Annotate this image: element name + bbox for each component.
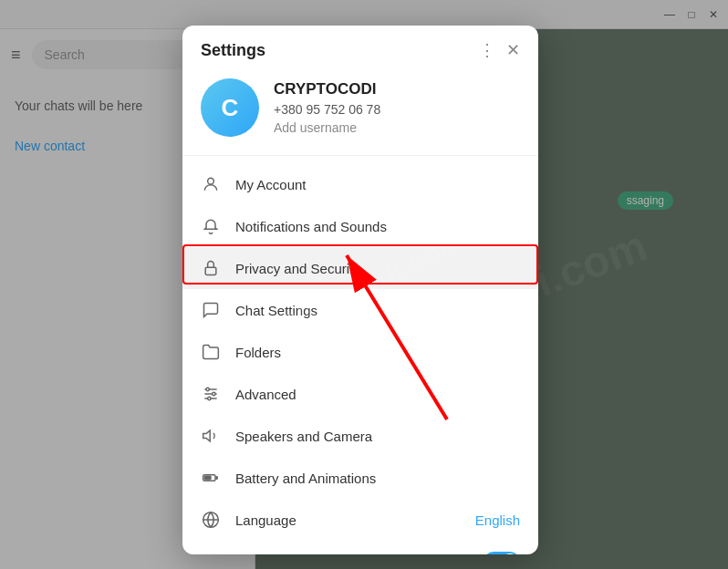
folder-icon [201, 342, 221, 362]
settings-modal: Settings ⋮ ✕ C CRYPTOCODI +380 95 752 06… [182, 26, 538, 554]
modal-header: Settings ⋮ ✕ [182, 26, 538, 71]
profile-section: C CRYPTOCODI +380 95 752 06 78 Add usern… [182, 71, 538, 156]
menu-item-privacy-security[interactable]: Privacy and Security [182, 247, 538, 289]
avatar[interactable]: C [201, 78, 259, 137]
modal-title: Settings [201, 41, 265, 60]
svg-point-6 [213, 392, 215, 395]
person-icon [201, 174, 221, 194]
privacy-security-label: Privacy and Security [235, 261, 520, 276]
svg-marker-8 [203, 430, 211, 441]
lock-icon [201, 258, 221, 278]
battery-animations-label: Battery and Animations [235, 471, 520, 486]
advanced-label: Advanced [235, 387, 520, 402]
language-icon [201, 510, 221, 530]
settings-menu-list: My Account Notifications and Sounds Priv… [182, 156, 538, 554]
profile-info: CRYPTOCODI +380 95 752 06 78 Add usernam… [274, 80, 380, 135]
menu-item-chat-settings[interactable]: Chat Settings [182, 289, 538, 331]
menu-item-folders[interactable]: Folders [182, 331, 538, 373]
close-modal-button[interactable]: ✕ [506, 40, 520, 60]
menu-item-interface-scale[interactable]: Default interface scale [182, 541, 538, 554]
profile-name: CRYPTOCODI [274, 80, 380, 98]
language-value: English [475, 512, 520, 528]
menu-item-my-account[interactable]: My Account [182, 163, 538, 205]
eye-icon [201, 552, 221, 554]
svg-point-5 [206, 388, 209, 390]
interface-scale-label: Default interface scale [235, 554, 469, 555]
chat-settings-label: Chat Settings [235, 303, 520, 318]
folders-label: Folders [235, 345, 520, 360]
svg-rect-1 [205, 267, 216, 274]
menu-item-notifications[interactable]: Notifications and Sounds [182, 205, 538, 247]
more-options-button[interactable]: ⋮ [479, 40, 495, 60]
sliders-icon [201, 384, 221, 404]
svg-point-0 [208, 178, 214, 184]
bell-icon [201, 216, 221, 236]
menu-item-speakers-camera[interactable]: Speakers and Camera [182, 415, 538, 457]
menu-item-advanced[interactable]: Advanced [182, 373, 538, 415]
interface-scale-toggle[interactable] [484, 552, 520, 554]
my-account-label: My Account [235, 177, 520, 192]
chat-icon [201, 300, 221, 320]
svg-rect-11 [204, 476, 211, 479]
battery-icon [201, 468, 221, 488]
speaker-icon [201, 426, 221, 446]
language-label: Language [235, 512, 461, 528]
profile-username-link[interactable]: Add username [274, 120, 380, 135]
svg-point-7 [208, 397, 211, 399]
notifications-label: Notifications and Sounds [235, 219, 520, 234]
profile-phone: +380 95 752 06 78 [274, 102, 380, 117]
speakers-camera-label: Speakers and Camera [235, 429, 520, 444]
menu-item-language[interactable]: Language English [182, 499, 538, 541]
menu-item-battery-animations[interactable]: Battery and Animations [182, 457, 538, 499]
modal-actions: ⋮ ✕ [479, 40, 520, 60]
